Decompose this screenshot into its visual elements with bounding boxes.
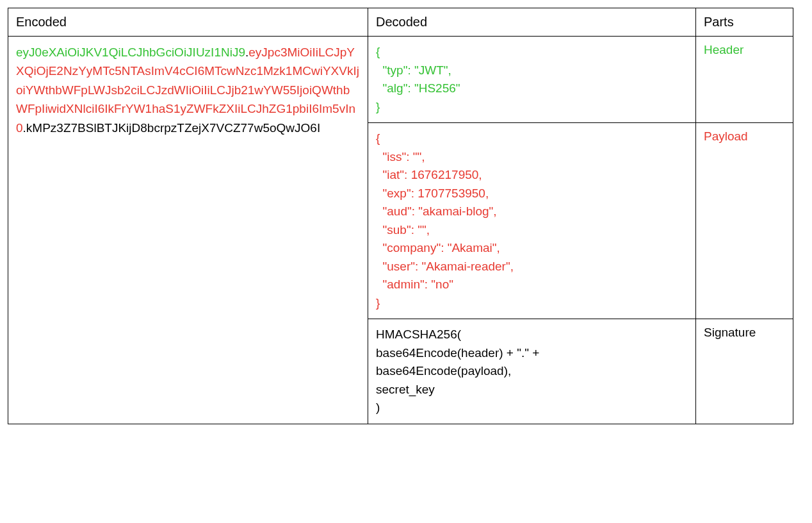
col-header-encoded: Encoded bbox=[8, 8, 368, 37]
encoded-token: eyJ0eXAiOiJKV1QiLCJhbGciOiJIUzI1NiJ9.eyJ… bbox=[16, 43, 360, 137]
part-label-payload: Payload bbox=[704, 129, 748, 143]
jwt-breakdown-table: Encoded Decoded Parts eyJ0eXAiOiJKV1QiLC… bbox=[8, 8, 793, 424]
part-label-header: Header bbox=[704, 43, 743, 56]
col-header-decoded: Decoded bbox=[368, 8, 696, 37]
cell-part-signature: Signature bbox=[696, 319, 793, 424]
encoded-signature-segment: kMPz3Z7BSlBTJKijD8bcrpzTZejX7VCZ77w5oQwJ… bbox=[26, 121, 320, 135]
encoded-header-segment: eyJ0eXAiOiJKV1QiLCJhbGciOiJIUzI1NiJ9 bbox=[16, 46, 245, 59]
col-header-parts: Parts bbox=[696, 8, 793, 37]
cell-decoded-header: { "typ": "JWT", "alg": "HS256" } bbox=[368, 37, 696, 123]
cell-encoded: eyJ0eXAiOiJKV1QiLCJhbGciOiJIUzI1NiJ9.eyJ… bbox=[8, 37, 368, 424]
cell-decoded-signature: HMACSHA256( base64Encode(header) + "." +… bbox=[368, 319, 696, 424]
cell-part-payload: Payload bbox=[696, 123, 793, 319]
cell-decoded-payload: { "iss": "", "iat": 1676217950, "exp": 1… bbox=[368, 123, 696, 319]
cell-part-header: Header bbox=[696, 37, 793, 123]
decoded-payload-json: { "iss": "", "iat": 1676217950, "exp": 1… bbox=[376, 129, 688, 312]
decoded-header-json: { "typ": "JWT", "alg": "HS256" } bbox=[376, 43, 688, 116]
row-header: eyJ0eXAiOiJKV1QiLCJhbGciOiJIUzI1NiJ9.eyJ… bbox=[8, 37, 793, 123]
decoded-signature-formula: HMACSHA256( base64Encode(header) + "." +… bbox=[376, 326, 688, 417]
part-label-signature: Signature bbox=[704, 326, 756, 339]
